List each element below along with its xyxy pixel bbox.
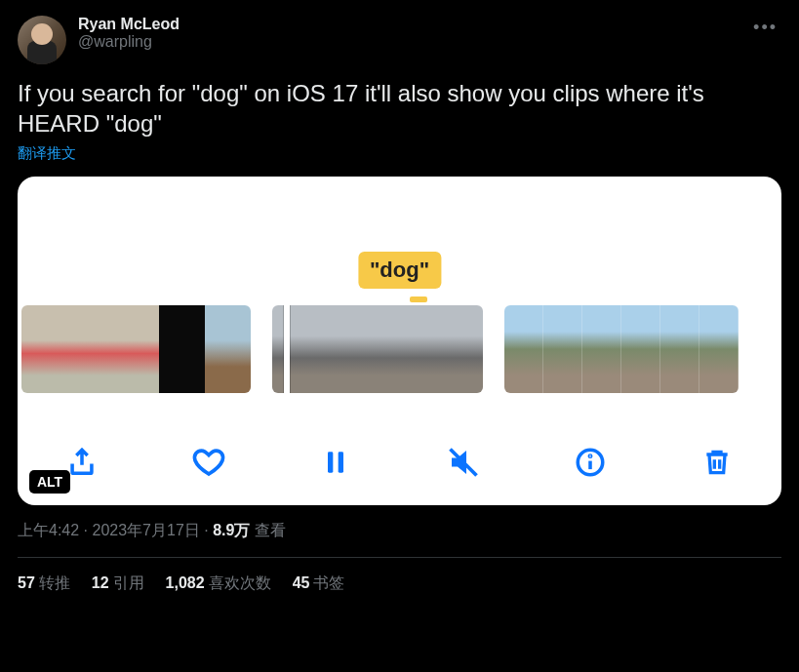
frame bbox=[325, 305, 378, 393]
num: 57 bbox=[18, 574, 35, 591]
tweet: Ryan McLeod @warpling ••• If you search … bbox=[0, 0, 799, 604]
label: 书签 bbox=[313, 574, 344, 591]
frame bbox=[543, 305, 582, 393]
frame bbox=[113, 305, 159, 393]
handle: @warpling bbox=[78, 33, 781, 51]
frame bbox=[430, 305, 483, 393]
time[interactable]: 上午4:42 bbox=[18, 522, 79, 538]
label: 喜欢次数 bbox=[209, 574, 271, 591]
tweet-text: If you search for "dog" on iOS 17 it'll … bbox=[18, 78, 781, 138]
playhead[interactable] bbox=[284, 305, 290, 393]
num: 12 bbox=[92, 574, 109, 591]
video-timeline[interactable] bbox=[18, 305, 781, 393]
translate-link[interactable]: 翻译推文 bbox=[18, 144, 781, 163]
author-names[interactable]: Ryan McLeod @warpling bbox=[78, 16, 781, 51]
clip-group bbox=[21, 305, 251, 393]
dot: · bbox=[200, 522, 213, 538]
svg-rect-1 bbox=[339, 453, 343, 473]
tweet-meta: 上午4:42 · 2023年7月17日 · 8.9万 查看 bbox=[18, 521, 781, 541]
num: 1,082 bbox=[166, 574, 205, 591]
display-name: Ryan McLeod bbox=[78, 16, 781, 33]
frame bbox=[272, 305, 325, 393]
mute-icon[interactable] bbox=[444, 443, 483, 482]
media-toolbar bbox=[18, 443, 781, 482]
media-card[interactable]: "dog" bbox=[18, 177, 781, 505]
tooltip-marker bbox=[410, 296, 427, 302]
stats-row: 57转推 12引用 1,082喜欢次数 45书签 bbox=[18, 558, 781, 604]
frame bbox=[205, 305, 251, 393]
heart-icon[interactable] bbox=[189, 443, 228, 482]
clip-group bbox=[504, 305, 739, 393]
label: 引用 bbox=[113, 574, 144, 591]
tweet-header: Ryan McLeod @warpling ••• bbox=[18, 16, 781, 64]
alt-badge[interactable]: ALT bbox=[29, 470, 70, 494]
frame bbox=[67, 305, 113, 393]
pause-icon[interactable] bbox=[316, 443, 355, 482]
stat-quotes[interactable]: 12引用 bbox=[92, 573, 144, 594]
frame bbox=[378, 305, 430, 393]
svg-point-5 bbox=[589, 455, 590, 456]
info-icon[interactable] bbox=[571, 443, 610, 482]
label: 转推 bbox=[39, 574, 70, 591]
frame bbox=[621, 305, 660, 393]
frame bbox=[21, 305, 67, 393]
frame bbox=[159, 305, 205, 393]
views-label: 查看 bbox=[255, 522, 286, 538]
stat-retweets[interactable]: 57转推 bbox=[18, 573, 70, 594]
stat-bookmarks[interactable]: 45书签 bbox=[293, 573, 345, 594]
frame bbox=[504, 305, 543, 393]
frame bbox=[660, 305, 699, 393]
stat-likes[interactable]: 1,082喜欢次数 bbox=[166, 573, 271, 594]
views-count: 8.9万 bbox=[213, 522, 250, 538]
clip-group bbox=[272, 305, 483, 393]
frame bbox=[699, 305, 739, 393]
more-icon[interactable]: ••• bbox=[749, 16, 781, 40]
frame bbox=[582, 305, 621, 393]
dot: · bbox=[79, 522, 92, 538]
avatar[interactable] bbox=[18, 16, 66, 64]
date[interactable]: 2023年7月17日 bbox=[92, 522, 199, 538]
num: 45 bbox=[293, 574, 310, 591]
trash-icon[interactable] bbox=[698, 443, 737, 482]
svg-rect-0 bbox=[328, 453, 333, 473]
search-tooltip: "dog" bbox=[358, 252, 441, 289]
